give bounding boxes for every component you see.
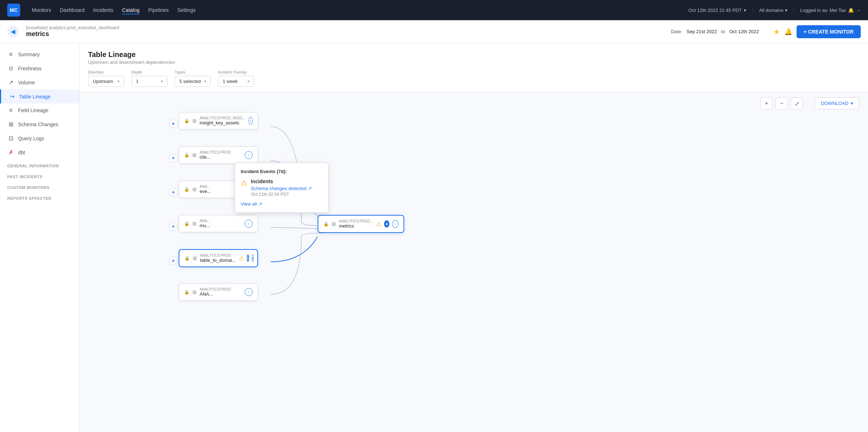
nav-pipelines[interactable]: Pipelines — [148, 6, 169, 14]
date-range: Date: Sep 21st 2022 to Oct 12th 2022 — [671, 29, 759, 34]
node-nav-5[interactable]: › — [252, 254, 254, 262]
incident-overlay-value: 1 week — [223, 79, 237, 84]
node-insight-key-assets: 🔒 ⊞ ANALYTICS:PROD_INSIG... insight_key_… — [179, 112, 258, 129]
date-label: Date: — [671, 29, 682, 34]
lineage-title: Table Lineage — [88, 50, 859, 59]
sidebar-item-table-lineage[interactable]: ↪ Table Lineage — [0, 89, 79, 103]
create-monitor-button[interactable]: + CREATE MONITOR — [797, 25, 861, 38]
back-button[interactable]: ◀ — [7, 26, 19, 38]
incident-row: ⚠ Incidents Schema changes detected ↗ Oc… — [241, 178, 322, 197]
download-button[interactable]: DOWNLOAD ▾ — [815, 97, 859, 109]
table-icon-2: ⊞ — [192, 152, 197, 158]
sidebar-label-field-lineage: Field Lineage — [18, 107, 48, 113]
lock-icon-metrics: 🔒 — [323, 221, 329, 226]
depth-value: 1 — [136, 79, 139, 84]
zoom-out-button[interactable]: − — [776, 97, 788, 110]
view-all-link[interactable]: View all ↗ — [241, 201, 322, 207]
nav-sep-1: | — [752, 8, 753, 13]
lineage-controls: Direction Upstream ▾ Depth 1 ▾ Types — [88, 65, 859, 92]
nav-settings[interactable]: Settings — [177, 6, 196, 14]
subheader: ◀ [snowflake] analytics:prod_executive_d… — [0, 20, 868, 43]
depth-chevron: ▾ — [161, 79, 163, 83]
date-to[interactable]: Oct 12th 2022 — [729, 29, 759, 34]
nav-dashboard[interactable]: Dashboard — [60, 6, 85, 14]
sidebar-label-freshness: Freshness — [18, 66, 42, 71]
node-nav-metrics[interactable]: › — [392, 220, 398, 228]
top-navigation: MC Monitors Dashboard Incidents Catalog … — [0, 0, 868, 20]
table-icon-4: ⊞ — [192, 221, 197, 226]
node-schema-6: ANALYTICS:PROD — [200, 287, 242, 291]
node-mu: 🔒 ⊞ ANA... mu... › — [179, 215, 258, 232]
main-nav: Monitors Dashboard Incidents Catalog Pip… — [32, 6, 196, 14]
zoom-in-button[interactable]: + — [760, 97, 773, 110]
notification-icon[interactable]: 🔔 — [848, 8, 854, 13]
user-icon[interactable]: → — [856, 8, 861, 13]
sidebar-section-past-incidents: Past Incidents — [0, 170, 79, 181]
sidebar-item-query-logs[interactable]: ⊡ Query Logs — [0, 131, 79, 145]
page-title: metrics — [26, 30, 119, 38]
node-nav-4[interactable]: › — [245, 220, 253, 228]
node-nav-6[interactable]: › — [245, 288, 253, 296]
node-info-5: ANALYTICS:PROD table_to_domai... — [200, 254, 236, 263]
depth-select[interactable]: 1 ▾ — [131, 76, 167, 87]
expand-node2-button[interactable]: + — [169, 154, 178, 162]
sidebar-item-schema-changes[interactable]: ⊞ Schema Changes — [0, 117, 79, 131]
node-table-to-domain: 🔒 ⊞ ANALYTICS:PROD table_to_domai... ⚠ 1… — [179, 249, 258, 267]
direction-value: Upstream — [93, 79, 113, 84]
nav-incidents[interactable]: Incidents — [93, 6, 113, 14]
sidebar-item-field-lineage[interactable]: ≡ Field Lineage — [0, 103, 79, 117]
node-nav-2[interactable]: › — [245, 151, 253, 159]
expand-node5-button[interactable]: + — [169, 256, 178, 265]
types-control: Types 5 selected ▾ — [175, 70, 211, 87]
fit-button[interactable]: ⤢ — [791, 97, 803, 110]
summary-icon: ≡ — [7, 51, 14, 58]
node-name-2: clie... — [200, 154, 242, 160]
sidebar-item-summary[interactable]: ≡ Summary — [0, 48, 79, 61]
view-all-text: View all — [241, 201, 257, 207]
incident-date: Oct 11th 02:04 PDT — [251, 192, 312, 197]
expand-node4-button[interactable]: + — [169, 222, 178, 231]
node-info-4: ANA... mu... — [200, 219, 242, 228]
depth-control: Depth 1 ▾ — [131, 70, 167, 87]
star-icon[interactable]: ★ — [773, 27, 780, 36]
nav-catalog[interactable]: Catalog — [122, 6, 139, 14]
node-info-2: ANALYTICS:PROD clie... — [200, 150, 242, 160]
direction-control: Direction Upstream ▾ — [88, 70, 124, 87]
datetime-value: Oct 12th 2022 21:45 PDT — [689, 8, 742, 13]
schema-changes-icon: ⊞ — [7, 121, 14, 128]
expand-node1-button[interactable]: + — [169, 119, 178, 128]
user-label: Logged in as: Mei Tao — [800, 8, 846, 13]
incident-overlay-chevron: ▾ — [248, 79, 249, 83]
bell-icon[interactable]: 🔔 — [784, 28, 792, 36]
sidebar: ≡ Summary ⊙ Freshness ↗ Volume ↪ Table L… — [0, 43, 79, 432]
node-nav-1[interactable]: › — [249, 117, 253, 125]
date-from[interactable]: Sep 21st 2022 — [686, 29, 717, 34]
node-schema-metrics: ANALYTICS:PROD... — [339, 219, 373, 223]
schema-changes-link[interactable]: Schema changes detected ↗ — [251, 186, 312, 191]
types-value: 5 selected — [179, 79, 201, 84]
incident-details: Incidents Schema changes detected ↗ Oct … — [251, 178, 312, 197]
nav-monitors[interactable]: Monitors — [32, 6, 51, 14]
sidebar-item-freshness[interactable]: ⊙ Freshness — [0, 61, 79, 75]
app-logo: MC — [7, 4, 20, 17]
sidebar-item-volume[interactable]: ↗ Volume — [0, 75, 79, 89]
nav-sep-2: | — [793, 8, 794, 13]
datetime-display[interactable]: Oct 12th 2022 21:45 PDT ▾ — [689, 8, 746, 13]
external-link-icon: ↗ — [308, 186, 312, 191]
domains-value: All domains — [759, 8, 783, 13]
direction-chevron: ▾ — [118, 79, 119, 83]
user-display: Logged in as: Mei Tao 🔔 → — [800, 8, 861, 13]
expand-node3-button[interactable]: + — [169, 188, 178, 197]
domains-selector[interactable]: All domains ▾ — [759, 8, 787, 13]
lock-icon-4: 🔒 — [184, 221, 189, 226]
download-chevron: ▾ — [851, 101, 853, 106]
node-client: 🔒 ⊞ ANALYTICS:PROD clie... › — [179, 146, 258, 164]
direction-select[interactable]: Upstream ▾ — [88, 76, 124, 87]
node-ana: 🔒 ⊞ ANALYTICS:PROD ANA... › — [179, 283, 258, 301]
sidebar-section-custom-monitors: Custom Monitors — [0, 181, 79, 192]
incident-overlay-select[interactable]: 1 week ▾ — [218, 76, 254, 87]
sidebar-item-dbt[interactable]: ✗ dbt — [0, 145, 79, 159]
node-schema-4: ANA... — [200, 219, 242, 223]
direction-label: Direction — [88, 70, 124, 74]
types-select[interactable]: 5 selected ▾ — [175, 76, 211, 87]
